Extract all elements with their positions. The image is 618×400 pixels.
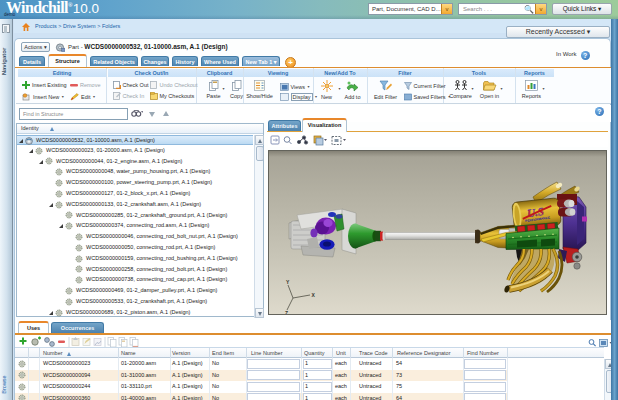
svg-text:Y: Y <box>286 279 290 285</box>
svg-text:Z: Z <box>285 310 288 315</box>
svg-text:X: X <box>312 292 316 298</box>
